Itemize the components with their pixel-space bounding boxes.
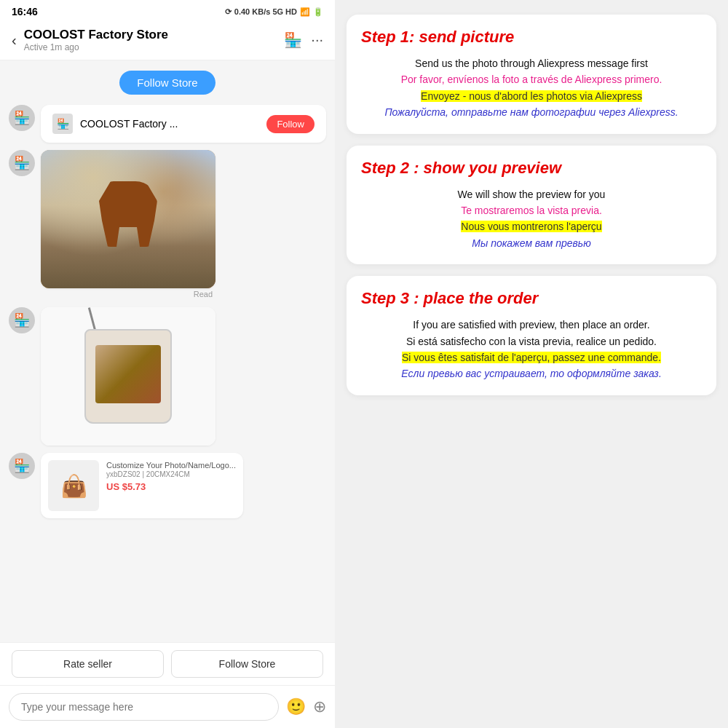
back-button[interactable]: ‹ bbox=[12, 32, 17, 49]
step-1-content: Send us the photo through Aliexpress mes… bbox=[361, 55, 702, 121]
product-thumbnail: 👜 bbox=[48, 460, 99, 511]
horse-message-row: 🏪 Read bbox=[9, 150, 326, 300]
step-2-title: Step 2 : show you preview bbox=[361, 159, 702, 178]
store-icon: 🏪 bbox=[52, 114, 73, 134]
product-code: yxbDZS02 | 20CMX24CM bbox=[106, 470, 236, 478]
network-icon: ⟳ bbox=[225, 7, 232, 17]
step-1-line-4: Пожалуйста, отправьте нам фотографии чер… bbox=[361, 104, 702, 120]
product-name: Customize Your Photo/Name/Logo... bbox=[106, 460, 236, 470]
follow-button[interactable]: Follow bbox=[266, 115, 314, 133]
bottom-actions: Rate seller Follow Store bbox=[0, 642, 335, 685]
horse-painting-art bbox=[41, 150, 215, 288]
follow-store-action-button[interactable]: Follow Store bbox=[171, 650, 323, 678]
step-2-line-2: Te mostraremos la vista previa. bbox=[361, 202, 702, 218]
step-2-line-3: Nous vous montrerons l'aperçu bbox=[361, 218, 702, 234]
store-card-wrapper: 🏪 🏪 COOLOST Factory ... Follow bbox=[9, 105, 326, 143]
sender-avatar-3: 🏪 bbox=[9, 453, 35, 479]
add-icon[interactable]: ⊕ bbox=[313, 697, 326, 716]
active-status: Active 1m ago bbox=[24, 42, 277, 52]
step-1-line-1: Send us the photo through Aliexpress mes… bbox=[361, 55, 702, 71]
horse-image bbox=[41, 150, 215, 288]
status-bar: 16:46 ⟳ 0.40 KB/s 5G HD 📶 🔋 bbox=[0, 0, 335, 20]
read-label: Read bbox=[41, 288, 215, 300]
step-1-title: Step 1: send picture bbox=[361, 28, 702, 47]
step-2-card: Step 2 : show you preview We will show t… bbox=[347, 146, 716, 265]
step-3-line-3: Si vous êtes satisfait de l'aperçu, pass… bbox=[361, 349, 702, 365]
horse-image-bubble bbox=[41, 150, 215, 288]
step-2-line-1: We will show the preview for you bbox=[361, 186, 702, 202]
message-input-row: 🙂 ⊕ bbox=[0, 685, 335, 728]
wifi-icon: 📶 bbox=[300, 7, 310, 17]
more-icon[interactable]: ··· bbox=[311, 31, 323, 49]
step-1-card: Step 1: send picture Send us the photo t… bbox=[347, 15, 716, 134]
bag-message-row: 🏪 bbox=[9, 307, 326, 446]
step-1-line-3: Envoyez - nous d'abord les photos via Al… bbox=[361, 88, 702, 104]
message-input[interactable] bbox=[9, 693, 279, 721]
step-2-line-4: Мы покажем вам превью bbox=[361, 235, 702, 251]
emoji-icon[interactable]: 🙂 bbox=[286, 697, 306, 716]
step-3-card: Step 3 : place the order If you are sati… bbox=[347, 276, 716, 395]
step-3-line-4: Если превью вас устраивает, то оформляйт… bbox=[361, 365, 702, 381]
shop-icon[interactable]: 🏪 bbox=[284, 31, 302, 49]
bag-image-bubble bbox=[41, 307, 215, 446]
signal-text: 0.40 KB/s 5G HD bbox=[234, 7, 297, 16]
battery-icon: 🔋 bbox=[313, 7, 323, 17]
store-card: 🏪 COOLOST Factory ... Follow bbox=[41, 105, 326, 143]
chat-body: Follow Store 🏪 🏪 COOLOST Factory ... Fol… bbox=[0, 60, 335, 642]
product-info: Customize Your Photo/Name/Logo... yxbDZS… bbox=[106, 460, 236, 511]
header-info: COOLOST Factory Store Active 1m ago bbox=[24, 28, 277, 52]
bot-avatar: 🏪 bbox=[9, 105, 35, 131]
bag-inner-print bbox=[95, 345, 161, 403]
step-3-line-1: If you are satisfied with preview, then … bbox=[361, 317, 702, 333]
right-instructions-panel: Step 1: send picture Send us the photo t… bbox=[335, 0, 728, 728]
mobile-chat-panel: 16:46 ⟳ 0.40 KB/s 5G HD 📶 🔋 ‹ COOLOST Fa… bbox=[0, 0, 335, 728]
sender-avatar-2: 🏪 bbox=[9, 307, 35, 333]
follow-banner: Follow Store bbox=[9, 68, 326, 98]
product-message-row: 🏪 👜 Customize Your Photo/Name/Logo... yx… bbox=[9, 453, 326, 518]
store-name: COOLOST Factory ... bbox=[80, 118, 259, 130]
product-card: 👜 Customize Your Photo/Name/Logo... yxbD… bbox=[41, 453, 243, 518]
step-3-title: Step 3 : place the order bbox=[361, 289, 702, 308]
store-title: COOLOST Factory Store bbox=[24, 28, 277, 42]
follow-store-button[interactable]: Follow Store bbox=[119, 71, 215, 95]
horse-silhouette bbox=[99, 181, 157, 247]
step-3-content: If you are satisfied with preview, then … bbox=[361, 317, 702, 382]
sender-avatar-1: 🏪 bbox=[9, 150, 35, 176]
step-3-line-2: Si está satisfecho con la vista previa, … bbox=[361, 333, 702, 349]
status-icons: ⟳ 0.40 KB/s 5G HD 📶 🔋 bbox=[225, 7, 323, 17]
bag-shape bbox=[84, 329, 172, 424]
step-1-line-2: Por favor, envíenos la foto a través de … bbox=[361, 71, 702, 87]
rate-seller-button[interactable]: Rate seller bbox=[12, 650, 164, 678]
bag-image bbox=[41, 307, 215, 446]
chat-header: ‹ COOLOST Factory Store Active 1m ago 🏪 … bbox=[0, 20, 335, 60]
status-time: 16:46 bbox=[12, 6, 38, 17]
header-actions: 🏪 ··· bbox=[284, 31, 323, 49]
product-price: US $5.73 bbox=[106, 481, 236, 492]
step-2-content: We will show the preview for you Te most… bbox=[361, 186, 702, 252]
